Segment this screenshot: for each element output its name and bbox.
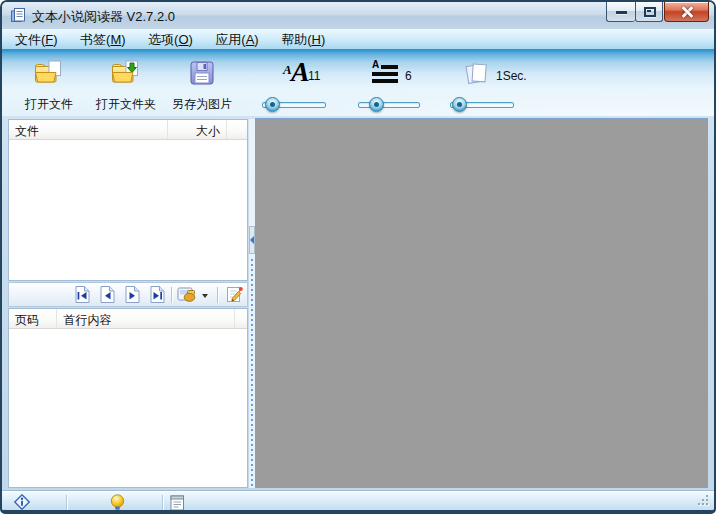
save-as-image-label: 另存为图片	[172, 97, 232, 111]
first-page-button[interactable]	[73, 285, 93, 305]
bookmark-dropdown-arrow[interactable]	[202, 294, 208, 298]
reading-area[interactable]	[255, 118, 708, 488]
open-file-button[interactable]: 打开文件	[16, 59, 82, 109]
menu-bar: 文件(F) 书签(M) 选项(O) 应用(A) 帮助(H)	[2, 29, 714, 50]
menu-item-file[interactable]: 文件(F)	[15, 30, 58, 50]
column-header-firstline[interactable]: 首行内容	[57, 309, 235, 328]
title-bar[interactable]: 文本小说阅读器 V2.7.2.0	[2, 2, 714, 29]
page-interval-icon	[464, 61, 490, 92]
close-icon	[681, 6, 693, 18]
menu-item-help[interactable]: 帮助(H)	[281, 30, 325, 50]
statusbar-separator	[66, 495, 67, 510]
column-header-size[interactable]: 大小	[168, 120, 227, 139]
line-spacing-value: 6	[405, 69, 412, 83]
open-folder-label: 打开文件夹	[96, 97, 156, 111]
open-folder-button[interactable]: 打开文件夹	[88, 59, 164, 109]
font-size-slider-thumb[interactable]	[265, 97, 280, 112]
page-interval-slider[interactable]	[450, 97, 514, 113]
statusbar-separator	[162, 495, 163, 510]
menu-item-options[interactable]: 选项(O)	[148, 30, 193, 50]
maximize-button[interactable]	[635, 2, 663, 22]
info-icon[interactable]	[14, 494, 30, 514]
file-list-header: 文件 大小	[9, 120, 247, 140]
status-bar	[2, 490, 714, 510]
page-list-body[interactable]	[9, 329, 247, 487]
edit-button[interactable]	[225, 285, 245, 305]
tip-icon[interactable]	[110, 494, 125, 514]
line-spacing-slider-track[interactable]	[358, 102, 420, 108]
window-controls	[606, 2, 709, 22]
column-header-spare	[235, 309, 247, 328]
next-page-button[interactable]	[123, 285, 143, 305]
font-size-value: 11	[308, 69, 320, 83]
save-as-image-icon	[164, 59, 240, 91]
open-file-icon	[16, 59, 82, 91]
page-interval-value: 1Sec.	[496, 69, 527, 83]
prev-page-button[interactable]	[98, 285, 118, 305]
menu-item-apply[interactable]: 应用(A)	[215, 30, 258, 50]
file-list-panel: 文件 大小	[8, 119, 248, 281]
page-list-header: 页码 首行内容	[9, 309, 247, 329]
menu-item-bookmark[interactable]: 书签(M)	[80, 30, 126, 50]
line-spacing-icon: A	[372, 62, 398, 88]
toolbar-separator	[217, 287, 218, 303]
font-size-slider[interactable]	[262, 97, 326, 113]
window-title: 文本小说阅读器 V2.7.2.0	[32, 8, 175, 26]
toolbar: 打开文件 打开文件夹	[2, 50, 714, 116]
last-page-button[interactable]	[148, 285, 168, 305]
column-header-page[interactable]: 页码	[9, 309, 57, 328]
save-as-image-button[interactable]: 另存为图片	[164, 59, 240, 109]
bookmark-button[interactable]	[177, 285, 197, 305]
app-icon	[10, 7, 26, 23]
open-folder-icon	[88, 59, 164, 91]
workspace: 文件 大小	[2, 116, 714, 490]
line-spacing-slider[interactable]	[358, 97, 420, 113]
minimize-button[interactable]	[606, 2, 635, 22]
page-list-panel: 页码 首行内容	[8, 308, 248, 488]
close-button[interactable]	[664, 2, 709, 22]
column-header-file[interactable]: 文件	[9, 120, 168, 139]
page-interval-slider-thumb[interactable]	[452, 97, 467, 112]
resize-grip[interactable]	[696, 493, 709, 506]
toolbar-separator	[171, 287, 172, 303]
notes-icon[interactable]	[170, 494, 185, 514]
open-file-label: 打开文件	[25, 97, 73, 111]
page-nav-toolbar	[8, 282, 248, 307]
maximize-icon	[644, 7, 656, 17]
column-header-spare	[227, 120, 247, 139]
minimize-icon	[616, 11, 627, 14]
app-window: 文本小说阅读器 V2.7.2.0 文件(F) 书签(M) 选项(O) 应用(A)…	[0, 0, 716, 514]
file-list-body[interactable]	[9, 140, 247, 280]
line-spacing-slider-thumb[interactable]	[369, 97, 384, 112]
